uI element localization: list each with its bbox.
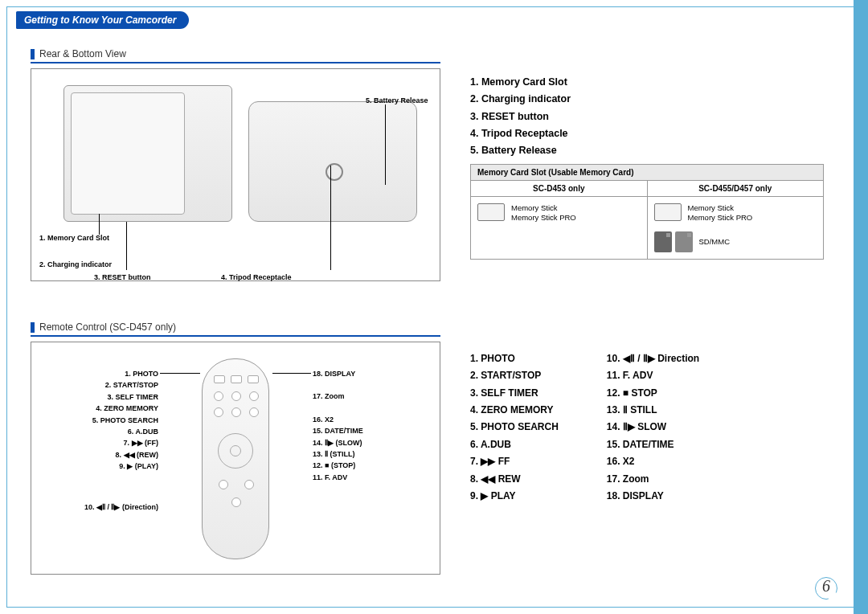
rl-6: 6. A.DUB: [470, 436, 559, 453]
memorystick-icon: [477, 203, 505, 221]
memtable-a-text: Memory Stick Memory Stick PRO: [511, 203, 576, 223]
rl-13: 13. Ⅱ STILL: [607, 402, 699, 419]
rl-5: 5. PHOTO SEARCH: [470, 419, 559, 436]
section-rear-bottom: Rear & Bottom View 1. Memory Card Slot 2…: [31, 48, 440, 281]
page-title: Getting to Know Your Camcorder: [16, 11, 189, 29]
callout-reset-button: 3. RESET button: [94, 273, 151, 281]
callout-tripod-receptacle: 4. Tripod Receptacle: [221, 273, 292, 281]
legend-item-4: 4. Tripod Receptacle: [470, 125, 711, 142]
callout-charging-indicator: 2. Charging indicator: [39, 260, 112, 268]
memtable-b-text3: SD/MMC: [699, 237, 731, 247]
section1-title: Rear & Bottom View: [39, 48, 126, 59]
remote-btn: [244, 480, 254, 489]
leader-line: [160, 373, 200, 374]
rl-8: 8. ◀◀ REW: [470, 471, 559, 488]
remote-left-callouts: 1. PHOTO 2. START/STOP 3. SELF TIMER 4. …: [38, 368, 158, 513]
rl-3: 3. SELF TIMER: [470, 385, 559, 402]
heading-bar-icon: [31, 322, 35, 333]
rl-15: 15. DATE/TIME: [607, 436, 699, 453]
rl-16: 16. X2: [607, 453, 699, 470]
rc-lbl-7: 7. ▶▶ (FF): [38, 437, 158, 448]
rc-lbl-8: 8. ◀◀ (REW): [38, 449, 158, 460]
rc-lbl-5: 5. PHOTO SEARCH: [38, 415, 158, 426]
legend-item-1: 1. Memory Card Slot: [470, 74, 711, 91]
memtable-col-a: SC-D453 only: [471, 180, 647, 196]
rl-18: 18. DISPLAY: [607, 488, 699, 505]
figure-camcorder: 1. Memory Card Slot 2. Charging indicato…: [31, 68, 440, 281]
rl-2: 2. START/STOP: [470, 367, 559, 384]
sd-mmc-icon: [654, 231, 693, 252]
rc-lbl-3: 3. SELF TIMER: [38, 391, 158, 403]
rc-lbl-6: 6. A.DUB: [38, 426, 158, 437]
memtable-cell-a: Memory Stick Memory Stick PRO: [471, 196, 647, 259]
remote-btn: [219, 480, 228, 489]
rl-14: 14. Ⅱ▶ SLOW: [607, 419, 699, 436]
page-number: 6: [815, 577, 837, 600]
leader-line: [99, 214, 100, 235]
rc-lbl-10: 10. ◀Ⅱ / Ⅱ▶ (Direction): [38, 501, 158, 513]
legend-item-2: 2. Charging indicator: [470, 91, 711, 108]
section2-title: Remote Control (SC-D457 only): [39, 321, 176, 333]
remote-btn: [249, 407, 259, 417]
section2-heading: Remote Control (SC-D457 only): [31, 321, 440, 337]
rl-4: 4. ZERO MEMORY: [470, 402, 559, 419]
rc-lbl-18: 18. DISPLAY: [313, 368, 433, 379]
heading-bar-icon: [31, 49, 35, 59]
remote-dpad: [218, 433, 253, 469]
remote-btn: [249, 391, 259, 401]
remote-btn: [231, 375, 242, 383]
memory-card-table: Memory Card Slot (Usable Memory Card) SC…: [470, 164, 824, 260]
memtable-b-text1: Memory Stick Memory Stick PRO: [688, 203, 753, 223]
rc-lbl-15: 15. DATE/TIME: [313, 425, 433, 436]
callout-memory-card-slot: 1. Memory Card Slot: [39, 234, 109, 242]
rc-lbl-13: 13. Ⅱ (STILL): [313, 448, 433, 460]
legend-item-3: 3. RESET button: [470, 108, 711, 125]
leader-line: [330, 166, 331, 270]
rl-11: 11. F. ADV: [607, 367, 699, 384]
remote-btn: [231, 391, 241, 401]
section-remote-control: Remote Control (SC-D457 only) 1. PHOTO 2…: [31, 321, 440, 575]
rc-lbl-2: 2. START/STOP: [38, 379, 158, 391]
rc-lbl-1: 1. PHOTO: [38, 368, 158, 379]
rl-17: 17. Zoom: [607, 471, 699, 488]
camcorder-rear-illustration: [63, 85, 232, 222]
camcorder-bottom-illustration: [248, 101, 417, 222]
rc-lbl-14: 14. Ⅱ▶ (SLOW): [313, 437, 433, 448]
rl-9: 9. ▶ PLAY: [470, 488, 559, 505]
rl-12: 12. ■ STOP: [607, 385, 699, 402]
memtable-header: Memory Card Slot (Usable Memory Card): [471, 165, 823, 180]
memtable-cell-b: Memory Stick Memory Stick PRO SD/MMC: [647, 196, 824, 259]
rc-lbl-11: 11. F. ADV: [313, 472, 433, 483]
remote-btn: [214, 391, 223, 401]
rc-lbl-17: 17. Zoom: [313, 391, 433, 402]
remote-btn: [231, 497, 241, 507]
rc-lbl-16: 16. X2: [313, 414, 433, 425]
rc-lbl-12: 12. ■ (STOP): [313, 460, 433, 471]
rl-1: 1. PHOTO: [470, 350, 559, 367]
rc-lbl-9: 9. ▶ (PLAY): [38, 460, 158, 472]
remote-legend: 1. PHOTO 2. START/STOP 3. SELF TIMER 4. …: [470, 350, 699, 505]
section1-heading: Rear & Bottom View: [31, 48, 440, 63]
leader-line: [385, 104, 386, 185]
remote-btn: [248, 375, 259, 383]
memorystick-icon: [654, 203, 682, 221]
remote-btn: [214, 407, 223, 417]
figure-remote: 1. PHOTO 2. START/STOP 3. SELF TIMER 4. …: [31, 342, 440, 575]
rl-7: 7. ▶▶ FF: [470, 453, 559, 470]
rc-lbl-4: 4. ZERO MEMORY: [38, 403, 158, 414]
leader-line: [272, 373, 311, 374]
callout-battery-release: 5. Battery Release: [366, 96, 428, 104]
rl-10: 10. ◀Ⅱ / Ⅱ▶ Direction: [607, 350, 699, 367]
legend-item-5: 5. Battery Release: [470, 142, 711, 159]
remote-btn: [231, 407, 241, 417]
memtable-col-b: SC-D455/D457 only: [647, 180, 824, 196]
section1-legend: 1. Memory Card Slot 2. Charging indicato…: [470, 74, 711, 159]
remote-illustration: [202, 358, 269, 559]
remote-right-callouts: 18. DISPLAY 17. Zoom 16. X2 15. DATE/TIM…: [313, 368, 433, 483]
leader-line: [126, 222, 127, 270]
remote-btn: [214, 375, 225, 383]
